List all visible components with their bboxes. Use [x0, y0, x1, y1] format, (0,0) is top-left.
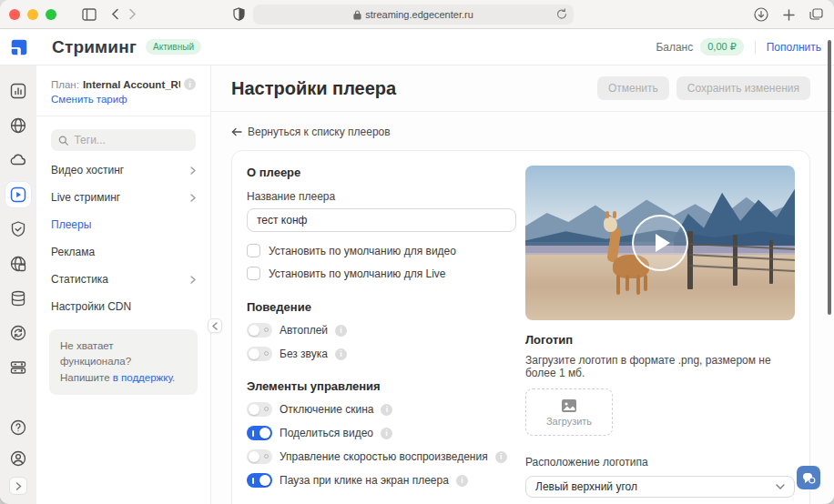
privacy-shield-icon[interactable]	[233, 7, 245, 21]
player-preview[interactable]	[525, 166, 795, 320]
checkbox-unchecked[interactable]	[247, 267, 260, 280]
play-icon	[656, 234, 670, 252]
chat-icon	[802, 472, 816, 484]
help-icon[interactable]	[5, 415, 31, 440]
pause-on-click-toggle-row: Пауза при клике на экран плеера i	[247, 473, 516, 488]
speed-control-toggle[interactable]	[247, 449, 272, 464]
player-name-label: Название плеера	[247, 190, 516, 203]
info-icon[interactable]: i	[335, 348, 347, 360]
profile-icon[interactable]	[5, 446, 31, 471]
support-link[interactable]: в поддержку	[113, 372, 172, 383]
default-video-checkbox-row[interactable]: Установить по умолчанию для видео	[247, 244, 516, 257]
play-button[interactable]	[632, 215, 688, 271]
browser-chrome: streaming.edgecenter.ru	[0, 0, 834, 29]
new-tab-icon[interactable]	[783, 9, 795, 21]
balance-label: Баланс	[656, 41, 693, 54]
pause-on-click-toggle[interactable]	[247, 473, 272, 488]
cancel-button[interactable]: Отменить	[597, 76, 669, 100]
sidebar-collapse-button[interactable]	[208, 318, 222, 333]
balance-value-badge: 0,00 ₽	[700, 38, 743, 55]
browser-window: streaming.edgecenter.ru Стриминг Активны…	[0, 0, 834, 504]
plan-label: План:	[51, 79, 79, 90]
address-bar[interactable]: streaming.edgecenter.ru	[253, 5, 574, 25]
behavior-heading: Поведение	[247, 300, 516, 314]
speed-control-toggle-row: Управление скоростью воспроизведения i	[247, 449, 516, 464]
edgecenter-logo	[9, 37, 29, 57]
rail-servers-icon[interactable]	[5, 355, 31, 380]
page-scrollbar[interactable]	[828, 40, 831, 315]
rail-players-icon[interactable]	[5, 182, 31, 207]
sidebar-item-live-streaming[interactable]: Live стриминг	[36, 184, 210, 211]
rail-security-icon[interactable]	[5, 217, 31, 242]
default-live-checkbox-row[interactable]: Установить по умолчанию для Live	[247, 267, 516, 280]
rail-expand-button[interactable]	[9, 477, 27, 495]
info-icon[interactable]: i	[495, 451, 507, 463]
rail-storage-icon[interactable]	[5, 286, 31, 311]
plan-value: Internal Account_RUB_M...	[83, 79, 180, 90]
logo-upload-button[interactable]: Загрузить	[525, 388, 613, 436]
rail-globe-icon[interactable]	[5, 113, 31, 138]
downloads-icon[interactable]	[754, 7, 768, 22]
rail-sync-icon[interactable]	[5, 320, 31, 346]
reload-icon[interactable]	[556, 8, 567, 20]
minimize-window-button[interactable]	[27, 9, 38, 20]
support-box: Не хватает функционала? Напишите в подде…	[49, 329, 198, 395]
logo-position-select[interactable]: Левый верхний угол	[525, 476, 795, 498]
sidebar-item-statistics[interactable]: Статистика	[36, 266, 210, 293]
logo-description: Загрузите логотип в формате .png, размер…	[525, 354, 795, 379]
sidebar-item-cdn-settings[interactable]: Настройки CDN	[36, 293, 210, 320]
sidebar-item-ads[interactable]: Реклама	[36, 238, 210, 266]
divider	[755, 41, 756, 54]
logo-position-label: Расположение логотипа	[525, 456, 795, 469]
upload-label: Загрузить	[546, 416, 592, 427]
topup-link[interactable]: Пополнить	[767, 41, 821, 54]
forward-icon[interactable]	[128, 8, 137, 20]
info-icon[interactable]: i	[381, 404, 392, 416]
info-icon[interactable]: i	[456, 475, 468, 487]
info-icon[interactable]: i	[381, 428, 392, 439]
rail-analytics-icon[interactable]	[5, 78, 31, 104]
rail-cloud-icon[interactable]	[5, 147, 31, 173]
arrow-left-icon	[231, 127, 242, 136]
chevron-right-icon	[190, 194, 196, 202]
save-changes-button[interactable]: Сохранить изменения	[676, 76, 810, 100]
autoplay-toggle[interactable]	[247, 323, 272, 338]
browser-sidebar-icon[interactable]	[82, 8, 97, 21]
close-window-button[interactable]	[9, 9, 20, 20]
divider	[211, 111, 834, 112]
sidebar-item-players[interactable]: Плееры	[36, 211, 210, 238]
icon-rail	[0, 66, 36, 504]
chevron-down-icon	[776, 484, 785, 489]
back-to-players-link[interactable]: Вернуться к списку плееров	[231, 126, 834, 138]
sidebar-item-video-hosting[interactable]: Видео хостинг	[36, 156, 210, 184]
app-header: Стриминг Активный Баланс 0,00 ₽ Пополнит…	[0, 29, 834, 66]
rail-cdn-icon[interactable]	[5, 251, 31, 277]
plan-info-icon[interactable]: i	[184, 78, 196, 90]
mute-toggle[interactable]	[247, 347, 272, 361]
chevron-right-icon	[190, 166, 196, 175]
controls-heading: Элементы управления	[247, 379, 516, 393]
image-icon	[561, 398, 577, 413]
support-line1: Не хватает функционала?	[60, 340, 131, 367]
share-video-toggle[interactable]	[247, 426, 272, 440]
url-text: streaming.edgecenter.ru	[365, 9, 473, 20]
main-content: Настройки плеера Отменить Сохранить изме…	[211, 66, 834, 504]
tags-search[interactable]	[51, 129, 196, 151]
checkbox-unchecked[interactable]	[247, 244, 260, 257]
change-tariff-link[interactable]: Сменить тариф	[51, 94, 127, 105]
about-player-heading: О плеере	[247, 166, 516, 179]
tags-search-input[interactable]	[74, 134, 188, 146]
back-icon[interactable]	[111, 8, 119, 20]
tab-overview-icon[interactable]	[809, 8, 823, 21]
autoplay-toggle-row: Автоплей i	[247, 323, 516, 338]
traffic-lights	[9, 9, 56, 20]
info-icon[interactable]: i	[335, 325, 347, 337]
skin-disable-toggle[interactable]	[247, 402, 272, 417]
support-chat-button[interactable]	[797, 466, 820, 489]
player-name-input[interactable]	[247, 208, 516, 232]
search-icon	[58, 135, 68, 146]
zoom-window-button[interactable]	[46, 9, 56, 20]
skin-disable-toggle-row: Отключение скина i	[247, 402, 516, 417]
divider	[36, 116, 210, 116]
lock-icon	[353, 10, 361, 20]
